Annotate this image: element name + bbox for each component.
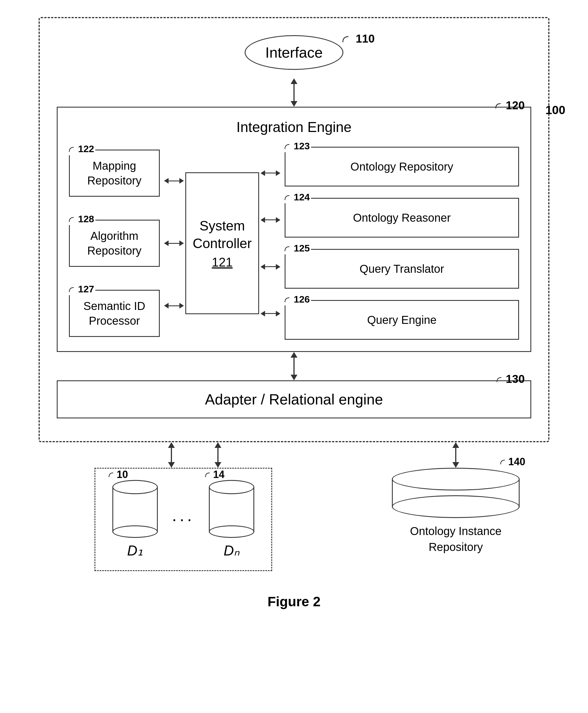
ie-center-col: System Controller 121 bbox=[188, 147, 256, 340]
interface-component: Interface bbox=[245, 35, 343, 70]
label-124: 124 bbox=[282, 191, 311, 203]
dn-label: Dₙ bbox=[224, 542, 239, 559]
d1-bottom bbox=[112, 525, 158, 538]
ontology-reasoner-wrapper: 124 Ontology Reasoner bbox=[285, 198, 519, 237]
dn-top bbox=[209, 480, 254, 494]
semantic-id-label: Semantic ID Processor bbox=[77, 299, 152, 328]
adapter-wrapper: 130 Adapter / Relational engine bbox=[57, 380, 531, 418]
label-110: 110 bbox=[341, 33, 375, 45]
label-127: 127 bbox=[67, 283, 96, 295]
label-128: 128 bbox=[67, 213, 96, 225]
algorithm-repo-wrapper: 128 Algorithm Repository bbox=[69, 220, 160, 267]
query-translator: 125 Query Translator bbox=[285, 249, 519, 289]
ontology-repository: 123 Ontology Repository bbox=[285, 147, 519, 187]
interface-label: Interface bbox=[265, 44, 323, 61]
arrow-mapping-sc bbox=[164, 178, 184, 184]
sc-num: 121 bbox=[212, 255, 232, 269]
arrow-sc-ontreasoner bbox=[260, 217, 280, 223]
mapping-repository: 122 Mapping Repository bbox=[69, 150, 160, 197]
sc-label: System Controller bbox=[193, 217, 252, 253]
db-row: 10 D₁ ... 14 bbox=[112, 480, 254, 559]
curve-120 bbox=[495, 102, 506, 110]
interface-to-ie-arrow bbox=[57, 78, 531, 107]
right-center-connectors bbox=[256, 147, 285, 340]
ontology-reasoner: 124 Ontology Reasoner bbox=[285, 198, 519, 237]
disk-bottom bbox=[392, 495, 520, 518]
ontology-instance-disk: 140 Ontology Instance Repository bbox=[392, 468, 520, 555]
arrow-algo-sc bbox=[164, 240, 184, 246]
diagram-container: 100 Interface 110 bbox=[39, 17, 549, 571]
arrow-semid-sc bbox=[164, 303, 184, 309]
label-130: 130 bbox=[496, 373, 525, 385]
label-125: 125 bbox=[282, 242, 311, 254]
figure-label: Figure 2 bbox=[268, 594, 321, 609]
algorithm-repository: 128 Algorithm Repository bbox=[69, 220, 160, 267]
arrow-up-head2 bbox=[291, 352, 297, 358]
dn-cylinder: 14 Dₙ bbox=[209, 480, 254, 559]
adapter-relational-engine: 130 Adapter / Relational engine bbox=[57, 380, 531, 418]
ontology-instance-label: Ontology Instance Repository bbox=[392, 523, 520, 555]
ie-label: Integration Engine bbox=[69, 119, 519, 135]
arrow-sc-ontrepo bbox=[260, 170, 280, 176]
ie-left-col: 122 Mapping Repository 128 Algorithm Rep… bbox=[69, 147, 160, 340]
bottom-section: 10 D₁ ... 14 bbox=[39, 442, 549, 571]
arrow-sc-qe bbox=[260, 311, 280, 316]
arrow-down-head2 bbox=[291, 375, 297, 380]
query-translator-label: Query Translator bbox=[360, 261, 444, 276]
adapter-label: Adapter / Relational engine bbox=[205, 391, 383, 407]
label-120: 120 bbox=[495, 99, 525, 112]
arrow-up-head bbox=[291, 78, 297, 84]
left-center-connectors bbox=[160, 147, 188, 340]
arrow-to-dn bbox=[214, 442, 222, 468]
system-controller: System Controller 121 bbox=[185, 172, 259, 314]
semantic-id-processor: 127 Semantic ID Processor bbox=[69, 290, 160, 337]
ontology-instance-section: 140 Ontology Instance Repository bbox=[385, 442, 527, 555]
query-engine-label: Query Engine bbox=[367, 313, 437, 327]
integration-engine: 120 Integration Engine 122 Mapping Repos… bbox=[57, 107, 531, 352]
ontology-repo-label: Ontology Repository bbox=[351, 159, 453, 174]
query-engine: 126 Query Engine bbox=[285, 300, 519, 340]
label-140: 140 bbox=[500, 456, 525, 468]
label-d1-num: 10 bbox=[108, 469, 128, 481]
ie-inner-layout: 122 Mapping Repository 128 Algorithm Rep… bbox=[69, 147, 519, 340]
dn-bottom bbox=[209, 525, 254, 538]
arrow-line-v bbox=[293, 84, 295, 101]
algorithm-repo-label: Algorithm Repository bbox=[77, 229, 152, 258]
outer-system-boundary: 100 Interface 110 bbox=[39, 17, 549, 442]
databases-dashed-box: 10 D₁ ... 14 bbox=[94, 468, 272, 571]
arrow-down-head bbox=[291, 101, 297, 107]
d1-top bbox=[112, 480, 158, 494]
d1-cylinder: 10 D₁ bbox=[112, 480, 158, 559]
label-126: 126 bbox=[282, 293, 311, 306]
d1-label: D₁ bbox=[127, 542, 143, 559]
mapping-repo-label: Mapping Repository bbox=[77, 159, 152, 188]
query-translator-wrapper: 125 Query Translator bbox=[285, 249, 519, 289]
curve-110 bbox=[341, 35, 356, 44]
ie-right-col: 123 Ontology Repository 124 Ontology Rea… bbox=[285, 147, 519, 340]
db-arrows-row bbox=[145, 442, 222, 468]
query-engine-wrapper: 126 Query Engine bbox=[285, 300, 519, 340]
db-section: 10 D₁ ... 14 bbox=[39, 442, 385, 571]
mapping-repo-wrapper: 122 Mapping Repository bbox=[69, 150, 160, 197]
arrow-sc-qt bbox=[260, 264, 280, 270]
ie-to-adapter-arrow bbox=[57, 352, 531, 380]
label-dn-num: 14 bbox=[205, 469, 225, 481]
arrow-line-v2 bbox=[293, 358, 295, 375]
disk-top bbox=[392, 468, 520, 490]
semantic-id-proc-wrapper: 127 Semantic ID Processor bbox=[69, 290, 160, 337]
label-122: 122 bbox=[67, 143, 96, 155]
interface-section: Interface 110 bbox=[57, 35, 531, 70]
label-100: 100 bbox=[545, 103, 565, 117]
ontology-repo-wrapper: 123 Ontology Repository bbox=[285, 147, 519, 187]
dots: ... bbox=[172, 505, 195, 525]
ontology-reasoner-label: Ontology Reasoner bbox=[353, 210, 451, 225]
label-123: 123 bbox=[282, 140, 311, 152]
arrow-to-ontology-instance bbox=[453, 442, 459, 468]
arrow-to-d1 bbox=[168, 442, 175, 468]
